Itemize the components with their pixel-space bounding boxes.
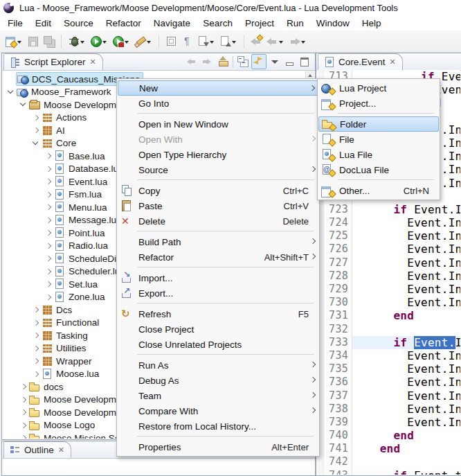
dropdown-caret-icon[interactable]	[102, 35, 108, 47]
dropdown-caret-icon[interactable]	[17, 35, 23, 47]
submenu-item-folder[interactable]: Folder	[318, 116, 439, 132]
tree-expander-open-icon[interactable]	[18, 98, 28, 111]
tree-expander-closed-icon[interactable]	[30, 317, 41, 329]
tree-expander-closed-icon[interactable]	[43, 214, 53, 227]
menu-item-properties[interactable]: PropertiesAlt+Enter	[118, 439, 318, 455]
tree-expander-closed-icon[interactable]	[43, 150, 53, 162]
forward-button[interactable]	[201, 55, 215, 69]
menubar-item-source[interactable]: Source	[57, 16, 100, 30]
menu-item-delete[interactable]: DeleteDelete	[118, 213, 318, 229]
tree-expander-closed-icon[interactable]	[43, 291, 53, 303]
menubar-item-help[interactable]: Help	[356, 16, 388, 30]
collapse-all-button[interactable]	[236, 55, 250, 69]
menu-item-team[interactable]: Team	[118, 388, 318, 403]
tree-expander-closed-icon[interactable]	[18, 432, 28, 439]
tree-expander-closed-icon[interactable]	[43, 240, 53, 252]
close-icon[interactable]: ✕	[390, 58, 396, 67]
menubar-item-run[interactable]: Run	[280, 16, 310, 30]
submenu-item-file[interactable]: File	[318, 132, 439, 147]
submenu-item-lua-project[interactable]: Lua Project	[318, 80, 439, 96]
menu-item-source[interactable]: Source	[118, 162, 318, 177]
menu-item-copy[interactable]: CopyCtrl+C	[118, 183, 318, 198]
close-icon[interactable]: ✕	[58, 446, 64, 455]
menu-item-open-type-hierarchy[interactable]: Open Type Hierarchy	[118, 147, 318, 162]
menubar-item-window[interactable]: Window	[310, 16, 356, 30]
menubar-item-project[interactable]: Project	[239, 16, 280, 30]
maximize-button[interactable]	[298, 55, 312, 69]
show-whitespace-button[interactable]	[180, 33, 195, 50]
tree-expander-closed-icon[interactable]	[30, 112, 41, 124]
tree-expander-closed-icon[interactable]	[18, 380, 28, 393]
menu-item-build-path[interactable]: Build Path	[118, 234, 318, 249]
menu-item-restore-from-local-history[interactable]: Restore from Local History...	[118, 418, 318, 434]
last-edit-location-button[interactable]	[249, 33, 264, 50]
menu-item-refresh[interactable]: RefreshF5	[118, 306, 318, 321]
format-brush-button[interactable]	[133, 33, 154, 50]
tree-expander-closed-icon[interactable]	[30, 303, 41, 316]
forward-button[interactable]	[287, 33, 308, 50]
tree-expander-closed-icon[interactable]	[43, 163, 53, 175]
dropdown-caret-icon[interactable]	[300, 35, 307, 47]
tree-expander-closed-icon[interactable]	[43, 278, 53, 290]
tree-expander-closed-icon[interactable]	[43, 201, 53, 213]
dropdown-caret-icon[interactable]	[146, 35, 152, 47]
menu-item-open-in-new-window[interactable]: Open in New Window	[118, 116, 318, 132]
run-button[interactable]	[89, 33, 109, 50]
menu-item-paste[interactable]: PasteCtrl+V	[118, 198, 318, 213]
submenu-item-project[interactable]: Project...	[318, 96, 439, 111]
menu-item-new[interactable]: New	[118, 80, 318, 96]
minimize-button[interactable]	[283, 55, 297, 69]
tab-script-explorer[interactable]: Script Explorer ✕	[3, 53, 103, 70]
up-button[interactable]	[216, 55, 230, 69]
new-wizard-button[interactable]	[3, 33, 24, 50]
tree-expander-open-icon[interactable]	[30, 137, 41, 150]
menu-item-close-project[interactable]: Close Project	[118, 321, 318, 337]
tab-outline[interactable]: Outline ✕	[3, 441, 71, 458]
tree-expander-closed-icon[interactable]	[43, 227, 53, 239]
menubar-item-search[interactable]: Search	[197, 16, 239, 30]
menu-item-close-unrelated-projects[interactable]: Close Unrelated Projects	[118, 337, 318, 352]
submenu-item-doclua-file[interactable]: DocLua File	[318, 162, 439, 177]
tree-expander-closed-icon[interactable]	[30, 329, 41, 342]
next-annotation-button[interactable]	[196, 33, 217, 50]
menu-item-import[interactable]: Import...	[118, 270, 318, 285]
tree-expander-closed-icon[interactable]	[43, 175, 53, 188]
dropdown-caret-icon[interactable]	[80, 35, 86, 47]
dropdown-caret-icon[interactable]	[124, 35, 130, 47]
menu-item-debug-as[interactable]: Debug As	[118, 373, 318, 388]
close-icon[interactable]: ✕	[90, 58, 96, 67]
debug-button[interactable]	[66, 33, 87, 50]
tree-expander-closed-icon[interactable]	[18, 394, 28, 406]
previous-annotation-button[interactable]	[218, 33, 239, 50]
tree-expander-closed-icon[interactable]	[30, 342, 41, 355]
tree-expander-closed-icon[interactable]	[18, 419, 28, 432]
back-button[interactable]	[186, 55, 199, 69]
tab-core-event[interactable]: Core.Event ✕	[318, 53, 403, 70]
tree-expander-closed-icon[interactable]	[30, 124, 41, 136]
menu-item-run-as[interactable]: Run As	[118, 358, 318, 373]
view-menu-button[interactable]	[268, 55, 282, 69]
tree-expander-closed-icon[interactable]	[43, 188, 53, 201]
tree-expander-closed-icon[interactable]	[43, 252, 53, 265]
dropdown-caret-icon[interactable]	[209, 35, 215, 47]
menu-item-go-into[interactable]: Go Into	[118, 96, 318, 111]
tree-expander-closed-icon[interactable]	[30, 368, 41, 380]
dropdown-caret-icon[interactable]	[278, 35, 284, 47]
menubar-item-refactor[interactable]: Refactor	[100, 16, 147, 30]
run-external-button[interactable]	[111, 33, 132, 50]
menubar-item-file[interactable]: File	[1, 16, 29, 30]
tree-expander-closed-icon[interactable]	[18, 406, 28, 418]
menubar-item-edit[interactable]: Edit	[29, 16, 57, 30]
link-editor-button[interactable]	[251, 54, 266, 69]
tree-expander-closed-icon[interactable]	[43, 265, 53, 278]
dropdown-caret-icon[interactable]	[231, 35, 237, 47]
menubar-item-navigate[interactable]: Navigate	[147, 16, 197, 30]
menu-item-export[interactable]: Export...	[118, 285, 318, 301]
tree-expander-closed-icon[interactable]	[30, 355, 41, 367]
submenu-item-other[interactable]: Other...Ctrl+N	[318, 183, 439, 198]
submenu-item-lua-file[interactable]: Lua File	[318, 147, 439, 162]
menu-item-compare-with[interactable]: Compare With	[118, 403, 318, 418]
mark-occurrences-button[interactable]	[164, 33, 179, 50]
back-button[interactable]	[265, 33, 286, 50]
menu-item-refactor[interactable]: RefactorAlt+Shift+T	[118, 249, 318, 265]
